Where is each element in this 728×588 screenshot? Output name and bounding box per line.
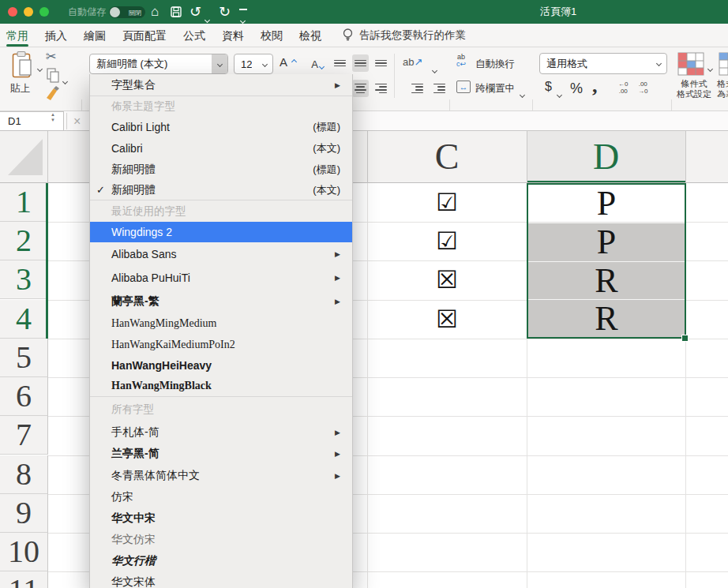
name-box-stepper[interactable]: ▲ ▼	[47, 112, 58, 123]
home-icon[interactable]: ⌂	[151, 0, 159, 24]
grow-font-button[interactable]: A	[280, 55, 291, 69]
row-header-4[interactable]: 4	[0, 300, 48, 339]
paste-label[interactable]: 貼上	[10, 82, 30, 96]
tab-home[interactable]: 常用	[6, 24, 28, 47]
menu-item-hanwangheiheavy[interactable]: HanWangHeiHeavy	[90, 355, 352, 376]
copy-icon[interactable]	[46, 68, 62, 87]
decrease-decimal-button[interactable]: .00→0	[638, 81, 647, 95]
conditional-formatting-chevron-icon[interactable]	[708, 60, 712, 74]
minimize-window-button[interactable]	[24, 7, 33, 17]
save-icon[interactable]	[171, 6, 182, 21]
column-header-d[interactable]: D	[527, 131, 685, 182]
font-size-combobox[interactable]: 12	[234, 54, 273, 74]
menu-item-stfangsong[interactable]: 华文仿宋	[90, 529, 352, 550]
menu-item-font-collections[interactable]: 字型集合 ▶	[90, 74, 352, 96]
column-header-c[interactable]: C	[367, 131, 527, 182]
cell-c1[interactable]: ☑	[367, 183, 527, 222]
tell-me-search[interactable]: 告訴我您要執行的作業	[343, 28, 466, 43]
increase-indent-button[interactable]	[431, 80, 448, 97]
currency-chevron-icon[interactable]	[557, 86, 561, 100]
selected-range-d1-d4[interactable]: P P R R	[527, 183, 686, 339]
menu-item-alibaba-sans[interactable]: Alibaba Sans ▶	[90, 242, 352, 266]
menu-item-stsong[interactable]: 华文宋体	[90, 571, 352, 588]
menu-item-pmingliu-heading[interactable]: 新細明體 (標題)	[90, 159, 352, 180]
paste-icon[interactable]	[11, 51, 35, 82]
tab-draw[interactable]: 繪圖	[84, 24, 106, 47]
row-header-8[interactable]: 8	[0, 455, 48, 494]
orientation-chevron-icon[interactable]	[433, 62, 437, 76]
menu-item-pmingliu-body[interactable]: ✓ 新細明體 (本文)	[90, 180, 352, 200]
copy-dropdown-chevron-icon[interactable]	[63, 73, 67, 87]
menu-item-hiragino-sans-gb[interactable]: 冬青黑体简体中文 ▶	[90, 465, 352, 486]
number-format-chevron-icon[interactable]	[651, 54, 666, 73]
autosave-toggle[interactable]: 關閉	[109, 6, 145, 18]
undo-icon[interactable]: ↺	[190, 0, 201, 24]
cell-c3[interactable]: ☒	[367, 260, 527, 299]
shrink-font-button[interactable]: A	[311, 58, 318, 70]
tab-view[interactable]: 檢視	[299, 24, 321, 47]
format-as-table-label[interactable]: 格式化為表格	[717, 79, 728, 99]
format-painter-icon[interactable]	[44, 85, 62, 104]
merge-center-icon[interactable]: ↔	[456, 81, 471, 93]
close-window-button[interactable]	[8, 7, 17, 17]
conditional-formatting-label[interactable]: 條件式格式設定	[668, 79, 720, 99]
align-top-button[interactable]	[332, 54, 348, 72]
wrap-text-label[interactable]: 自動換行	[475, 58, 515, 71]
tab-page-layout[interactable]: 頁面配置	[122, 24, 167, 47]
tab-review[interactable]: 校閱	[261, 24, 283, 47]
conditional-formatting-icon[interactable]	[677, 52, 704, 79]
cancel-entry-icon[interactable]: ×	[73, 111, 81, 131]
tab-insert[interactable]: 插入	[45, 24, 67, 47]
paste-dropdown-chevron-icon[interactable]	[38, 60, 42, 74]
cut-icon[interactable]: ✂	[46, 49, 56, 64]
menu-item-lantinghei-tc[interactable]: 蘭亭黑-繁 ▶	[90, 290, 352, 313]
comma-style-button[interactable]: ,	[592, 74, 598, 98]
menu-item-shouzhati-sc[interactable]: 手札体-简 ▶	[90, 421, 352, 443]
row-header-11[interactable]: 11	[0, 571, 48, 588]
tab-data[interactable]: 資料	[222, 24, 244, 47]
format-as-table-icon[interactable]	[719, 52, 728, 79]
menu-item-lantinghei-sc[interactable]: 兰亭黑-简 ▶	[90, 443, 352, 465]
align-bottom-button[interactable]	[373, 54, 389, 72]
row-header-2[interactable]: 2	[0, 222, 48, 260]
merge-center-label[interactable]: 跨欄置中	[475, 82, 515, 96]
menu-item-hanwangmingblack[interactable]: HanWangMingBlack	[90, 376, 352, 397]
font-name-combobox[interactable]: 新細明體 (本文)	[89, 54, 228, 74]
stepper-down-icon[interactable]: ▼	[51, 118, 55, 122]
zoom-window-button[interactable]	[39, 7, 49, 17]
cell-d2[interactable]: P	[528, 223, 685, 260]
percent-style-button[interactable]: %	[570, 81, 583, 97]
row-header-10[interactable]: 10	[0, 533, 48, 571]
menu-item-calibri[interactable]: Calibri (本文)	[90, 137, 352, 159]
cell-d4[interactable]: R	[528, 299, 685, 337]
menu-item-calibri-light[interactable]: Calibri Light (標題)	[90, 117, 352, 137]
fill-handle[interactable]	[681, 335, 689, 342]
menu-item-hanwangkaimediumpoin2[interactable]: HanWangKaiMediumPoIn2	[90, 334, 352, 355]
wrap-text-icon[interactable]: abc↩	[456, 54, 466, 68]
font-name-chevron-icon[interactable]	[212, 54, 227, 73]
cell-d3[interactable]: R	[528, 261, 685, 299]
cell-d1[interactable]: P	[528, 185, 685, 223]
redo-icon[interactable]: ↻	[219, 0, 231, 24]
select-all-corner[interactable]	[0, 131, 48, 183]
cell-c4[interactable]: ☒	[367, 300, 527, 339]
menu-item-fangsong[interactable]: 仿宋	[90, 486, 352, 507]
align-center-button[interactable]	[352, 80, 369, 97]
row-header-1[interactable]: 1	[0, 183, 48, 222]
merge-center-chevron-icon[interactable]	[520, 86, 524, 100]
row-header-5[interactable]: 5	[0, 339, 48, 377]
stepper-up-icon[interactable]: ▲	[51, 112, 55, 117]
tab-formulas[interactable]: 公式	[183, 24, 205, 47]
orientation-button[interactable]: ab↗	[403, 56, 422, 68]
row-header-7[interactable]: 7	[0, 416, 48, 455]
increase-decimal-button[interactable]: ←0.00	[618, 81, 628, 95]
menu-item-alibaba-puhuiti[interactable]: Alibaba PuHuiTi ▶	[90, 266, 352, 290]
currency-format-button[interactable]: $	[545, 80, 552, 94]
row-header-9[interactable]: 9	[0, 494, 48, 533]
align-middle-button[interactable]	[352, 54, 369, 72]
menu-item-hanwangmingmedium[interactable]: HanWangMingMedium	[90, 313, 352, 334]
menu-item-wingdings-2[interactable]: Wingdings 2	[90, 222, 352, 242]
font-size-chevron-icon[interactable]	[257, 54, 272, 73]
row-header-3[interactable]: 3	[0, 260, 48, 299]
decrease-indent-button[interactable]	[409, 80, 426, 97]
